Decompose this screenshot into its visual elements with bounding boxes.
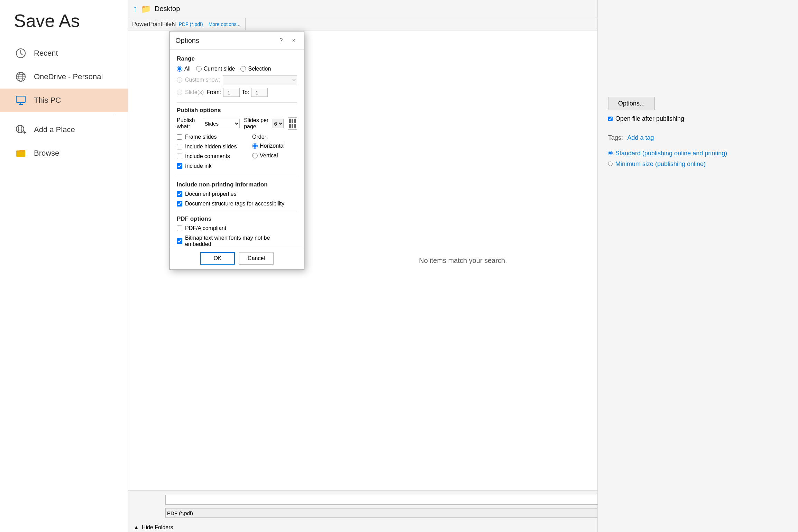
filetype-text: PDF (*.pdf) — [179, 21, 203, 27]
sidebar-label-thispc: This PC — [34, 96, 61, 105]
options-dialog: Options ? × Range All Current slide Sele… — [169, 31, 304, 270]
radio-selection-option[interactable]: Selection — [240, 66, 271, 72]
pdfa-label: PDF/A compliant — [185, 225, 226, 231]
dialog-titlebar: Options ? × — [170, 31, 304, 50]
doc-properties-label: Document properties — [185, 191, 237, 197]
open-after-checkbox[interactable] — [608, 117, 613, 121]
nav-divider — [14, 115, 114, 115]
radio-all[interactable] — [177, 66, 182, 72]
radio-selection[interactable] — [240, 66, 246, 72]
no-items-text: No items match your search. — [419, 257, 507, 265]
doc-properties-row: Document properties — [177, 191, 297, 197]
file-header-row: PowerPointFileN PDF (*.pdf) More options… — [128, 18, 246, 30]
order-radio-group: Horizontal Vertical — [252, 143, 297, 159]
range-section-label: Range — [177, 55, 297, 62]
radio-current[interactable] — [196, 66, 202, 72]
standard-radio[interactable] — [608, 151, 613, 155]
sidebar-label-onedrive: OneDrive - Personal — [34, 72, 103, 81]
svg-rect-6 — [16, 96, 25, 102]
horizontal-option[interactable]: Horizontal — [252, 143, 297, 149]
doc-structure-label: Document structure tags for accessibilit… — [185, 201, 284, 207]
saveas-panel: Save As Recent OneDrive - P — [0, 0, 128, 532]
spp-select[interactable]: 6 — [273, 119, 284, 128]
nav-items: Recent OneDrive - Personal — [0, 38, 128, 168]
vertical-option[interactable]: Vertical — [252, 153, 297, 159]
include-comments-label: Include comments — [185, 153, 230, 159]
publish-mid-row: Frame slides Include hidden slides Inclu… — [177, 134, 297, 173]
include-ink-cb[interactable] — [177, 163, 182, 169]
standard-label: Standard (publishing online and printing… — [615, 150, 727, 157]
sidebar-item-onedrive[interactable]: OneDrive - Personal — [0, 65, 128, 89]
sidebar-item-recent[interactable]: Recent — [0, 42, 128, 65]
help-dialog-button[interactable]: ? — [276, 36, 286, 45]
standard-option-row: Standard (publishing online and printing… — [608, 150, 788, 157]
slides-per-page: Slides per page: 6 — [244, 117, 284, 130]
sidebar-item-thispc[interactable]: This PC — [0, 89, 128, 112]
custom-show-select — [223, 75, 297, 84]
sidebar-label-browse: Browse — [34, 149, 59, 158]
minsize-radio[interactable] — [608, 162, 613, 166]
radio-current-option[interactable]: Current slide — [196, 66, 235, 72]
chevron-up-icon: ▲ — [134, 524, 139, 531]
right-panel: Options... Open file after publishing Ta… — [597, 0, 798, 532]
tags-label: Tags: — [608, 134, 623, 141]
range-radio-group: All Current slide Selection — [177, 66, 297, 72]
checkboxes-col: Frame slides Include hidden slides Inclu… — [177, 134, 245, 173]
globe-icon — [14, 70, 28, 84]
doc-structure-cb[interactable] — [177, 201, 182, 207]
radio-custom-show — [177, 77, 182, 83]
include-hidden-row: Include hidden slides — [177, 144, 245, 150]
radio-vertical[interactable] — [252, 153, 258, 158]
frame-slides-cb[interactable] — [177, 134, 182, 140]
divider2 — [177, 177, 297, 177]
hide-folders-btn[interactable]: ▲ Hide Folders — [134, 524, 173, 531]
tags-row: Tags: Add a tag — [608, 134, 788, 141]
publish-options: Standard (publishing online and printing… — [608, 150, 788, 168]
pdf-options-label: PDF options — [177, 215, 297, 222]
order-col: Order: Horizontal Vertical — [252, 134, 297, 159]
monitor-icon — [14, 93, 28, 107]
slides-range-label: Slide(s) — [185, 89, 204, 95]
include-hidden-label: Include hidden slides — [185, 144, 237, 150]
pdfa-cb[interactable] — [177, 226, 182, 231]
sidebar-item-addplace[interactable]: Add a Place — [0, 118, 128, 141]
include-hidden-cb[interactable] — [177, 144, 182, 149]
from-input — [223, 88, 240, 97]
doc-properties-cb[interactable] — [177, 191, 182, 197]
frame-slides-row: Frame slides — [177, 134, 245, 140]
folder-icon — [14, 146, 28, 160]
dialog-title: Options — [175, 37, 199, 45]
frame-slides-label: Frame slides — [185, 134, 217, 140]
grid-icon — [288, 117, 297, 130]
folder-icon-sm: 📁 — [141, 4, 151, 14]
page-title: Save As — [0, 0, 128, 38]
dialog-body: Range All Current slide Selection Custom… — [170, 50, 304, 256]
include-comments-cb[interactable] — [177, 154, 182, 159]
path-text: Desktop — [155, 5, 180, 13]
radio-all-option[interactable]: All — [177, 66, 191, 72]
include-ink-label: Include ink — [185, 163, 212, 169]
slides-range-row: Slide(s) From: To: — [177, 88, 297, 97]
from-to-group: From: To: — [207, 88, 268, 97]
sidebar-item-browse[interactable]: Browse — [0, 141, 128, 165]
open-after-label: Open file after publishing — [615, 115, 684, 122]
more-options-link[interactable]: More options... — [209, 21, 241, 27]
cancel-button[interactable]: Cancel — [239, 252, 274, 265]
non-printing-label: Include non-printing information — [177, 181, 297, 188]
close-dialog-button[interactable]: × — [289, 36, 299, 45]
sidebar-label-addplace: Add a Place — [34, 125, 75, 134]
radio-horizontal[interactable] — [252, 143, 258, 149]
ok-button[interactable]: OK — [200, 252, 235, 265]
doc-structure-row: Document structure tags for accessibilit… — [177, 201, 297, 207]
add-tag-link[interactable]: Add a tag — [627, 134, 654, 141]
publish-options-section: Publish options Publish what: Slides Han… — [177, 107, 297, 173]
minsize-label: Minimum size (publishing online) — [615, 160, 706, 168]
publish-what-select[interactable]: Slides Handouts Notes pages Outline — [203, 119, 240, 128]
options-btn-row: Options... — [608, 97, 788, 110]
clock-icon — [14, 46, 28, 60]
divider3 — [177, 211, 297, 211]
up-arrow-icon[interactable]: ↑ — [133, 3, 137, 14]
options-button[interactable]: Options... — [608, 97, 655, 110]
minsize-option-row: Minimum size (publishing online) — [608, 160, 788, 168]
bitmap-cb[interactable] — [177, 238, 182, 244]
